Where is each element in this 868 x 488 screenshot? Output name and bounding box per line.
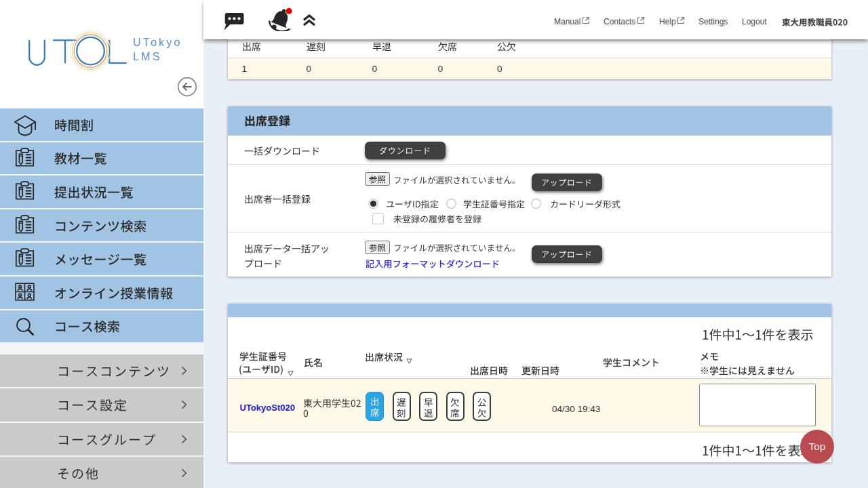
svg-text:UTokyo: UTokyo — [133, 37, 182, 48]
svg-text:LMS: LMS — [133, 51, 162, 62]
